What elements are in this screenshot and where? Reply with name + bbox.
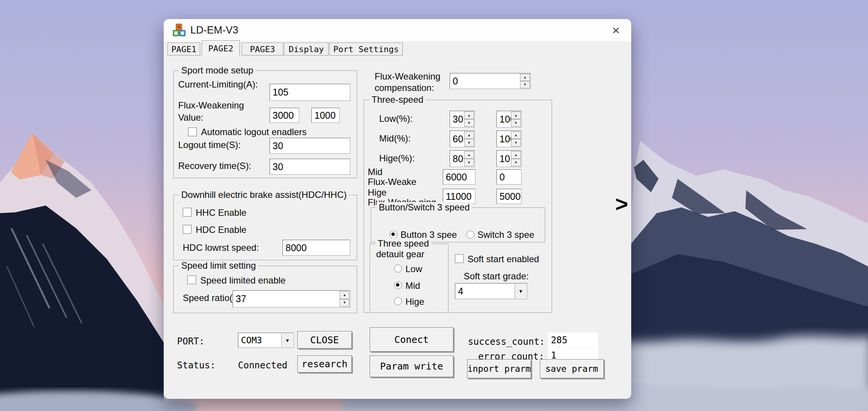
gear-low-label: Low xyxy=(405,264,422,274)
port-value: COM3 xyxy=(241,335,262,345)
low-percent-field-1[interactable]: 30 ▲▼ xyxy=(450,111,475,127)
chevron-down-icon[interactable]: ▼ xyxy=(281,333,293,347)
chevron-down-icon[interactable]: ▼ xyxy=(515,284,527,298)
spin-up-icon[interactable]: ▲ xyxy=(464,131,474,139)
auto-logout-checkbox[interactable] xyxy=(188,127,197,136)
low-percent-field-2[interactable]: 100 ▲▼ xyxy=(496,111,522,127)
flux-weakening-label-line1: Flux-Weakening xyxy=(178,100,244,111)
low-percent-label: Low(%): xyxy=(379,113,413,124)
button-switch-group-title: Button/Switch 3 speed xyxy=(377,202,472,213)
three-speed-group-title: Three-speed xyxy=(369,94,426,105)
spin-down-icon[interactable]: ▼ xyxy=(520,81,530,88)
spin-up-icon[interactable]: ▲ xyxy=(520,74,530,81)
spin-down-icon[interactable]: ▼ xyxy=(340,299,349,307)
tab-page1[interactable]: PAGE1 xyxy=(168,43,200,56)
soft-start-grade-value: 4 xyxy=(458,286,463,297)
spin-down-icon[interactable]: ▼ xyxy=(511,119,521,127)
status-label: Status: xyxy=(177,360,215,371)
sport-mode-group-title: Sport mode setup xyxy=(179,65,255,76)
next-page-arrow[interactable]: > xyxy=(615,191,628,217)
spin-down-icon[interactable]: ▼ xyxy=(464,159,474,166)
speed-ratio-spinner: ▲▼ xyxy=(340,291,349,307)
hige-flux-field-2[interactable]: 5000 xyxy=(496,189,522,204)
save-param-button[interactable]: save prarm xyxy=(540,359,604,378)
hige-percent-field-2[interactable]: 10 ▲▼ xyxy=(496,150,522,167)
port-dropdown[interactable]: COM3 ▼ xyxy=(238,333,294,348)
spin-down-icon[interactable]: ▼ xyxy=(464,139,474,147)
gear-hige-radio[interactable] xyxy=(394,297,402,305)
tab-port-settings[interactable]: Port Settings xyxy=(329,43,403,56)
hige-flux-label-line1: Hige xyxy=(368,187,386,198)
spin-down-icon[interactable]: ▼ xyxy=(511,159,521,166)
success-count-label: success_count: xyxy=(468,336,545,347)
switch-3-speed-label: Switch 3 spee xyxy=(477,229,534,240)
mid-percent-field-2[interactable]: 100 ▲▼ xyxy=(496,131,522,147)
import-param-button[interactable]: inport prarm xyxy=(467,359,531,378)
flux-comp-spinner: ▲▼ xyxy=(520,74,530,88)
spin-down-icon[interactable]: ▼ xyxy=(464,119,474,127)
gear-low-radio[interactable] xyxy=(394,264,402,272)
soft-start-grade-dropdown[interactable]: 4 ▼ xyxy=(455,283,527,299)
hige-flux-field-1[interactable]: 11000 xyxy=(443,189,475,204)
close-port-button[interactable]: CLOSE xyxy=(297,331,352,349)
status-value: Connected xyxy=(238,360,287,371)
hhc-enable-label: HHC Enable xyxy=(196,207,246,218)
spinner: ▲▼ xyxy=(464,151,474,166)
close-icon[interactable]: × xyxy=(608,22,624,38)
flux-comp-value: 0 xyxy=(453,76,458,87)
mid-flux-field-2[interactable]: 0 xyxy=(496,169,522,185)
default-gear-group-title: Three speed xyxy=(375,238,431,249)
logout-time-label: Logout time(S): xyxy=(178,140,241,150)
current-limiting-field[interactable]: 105 xyxy=(270,84,350,101)
button-3-speed-radio[interactable] xyxy=(389,231,397,239)
flux-comp-field[interactable]: 0 ▲▼ xyxy=(450,73,531,89)
recovery-time-field[interactable]: 30 xyxy=(270,159,350,175)
spin-up-icon[interactable]: ▲ xyxy=(511,151,521,159)
flux-weakening-label-line2: Value: xyxy=(178,112,203,123)
gear-mid-label: Mid xyxy=(405,280,420,291)
spinner: ▲▼ xyxy=(511,131,521,147)
default-gear-title-line2: detauit gear xyxy=(376,249,424,260)
mid-value-1: 60 xyxy=(453,134,463,145)
spin-up-icon[interactable]: ▲ xyxy=(464,151,474,159)
gear-mid-radio[interactable] xyxy=(394,281,402,289)
success-count-field[interactable]: 285 xyxy=(548,333,598,347)
port-label: PORT: xyxy=(177,336,204,347)
spinner: ▲▼ xyxy=(511,112,521,127)
spin-up-icon[interactable]: ▲ xyxy=(464,112,474,119)
app-window: LD-EM-V3 × PAGE1 PAGE2 PAGE3 Display Por… xyxy=(164,19,631,399)
hdc-lowrst-field[interactable]: 8000 xyxy=(282,240,350,256)
hige-percent-field-1[interactable]: 80 ▲▼ xyxy=(450,150,475,167)
switch-3-speed-radio[interactable] xyxy=(466,231,474,239)
speed-limited-checkbox[interactable] xyxy=(187,276,196,284)
speed-ratio-field[interactable]: 37 ▲▼ xyxy=(233,290,350,307)
hige-value-1: 80 xyxy=(453,153,463,164)
flux-comp-label-line1: Flux-Weakening xyxy=(375,71,440,82)
hdc-lowrst-label: HDC lowrst speed: xyxy=(183,242,259,253)
low-value-1: 30 xyxy=(453,114,463,125)
hhc-enable-checkbox[interactable] xyxy=(183,208,191,217)
mid-flux-field-1[interactable]: 6000 xyxy=(443,169,475,185)
spin-up-icon[interactable]: ▲ xyxy=(340,291,349,299)
spinner: ▲▼ xyxy=(464,112,474,127)
spin-up-icon[interactable]: ▲ xyxy=(511,112,521,119)
hdc-enable-checkbox[interactable] xyxy=(183,225,191,234)
recovery-time-label: Recovery time(S): xyxy=(178,161,251,171)
research-button[interactable]: research xyxy=(297,355,352,373)
hdc-enable-label: HDC Enable xyxy=(196,225,246,235)
spin-down-icon[interactable]: ▼ xyxy=(511,139,521,147)
tab-display[interactable]: Display xyxy=(284,43,329,56)
flux-weakening-field-1[interactable]: 3000 xyxy=(270,108,299,123)
spin-up-icon[interactable]: ▲ xyxy=(511,131,521,139)
tab-page3[interactable]: PAGE3 xyxy=(242,43,283,56)
soft-start-checkbox[interactable] xyxy=(455,254,464,263)
mid-flux-label-line2: Flux-Weake xyxy=(368,177,416,187)
connect-button[interactable]: Conect xyxy=(370,327,453,352)
window-title: LD-EM-V3 xyxy=(190,24,238,36)
mid-percent-field-1[interactable]: 60 ▲▼ xyxy=(450,131,475,147)
tab-page2[interactable]: PAGE2 xyxy=(202,40,240,56)
flux-weakening-field-2[interactable]: 1000 xyxy=(311,108,340,123)
speed-ratio-value: 37 xyxy=(236,293,246,304)
logout-time-field[interactable]: 30 xyxy=(270,138,350,154)
param-write-button[interactable]: Param write xyxy=(370,355,453,377)
